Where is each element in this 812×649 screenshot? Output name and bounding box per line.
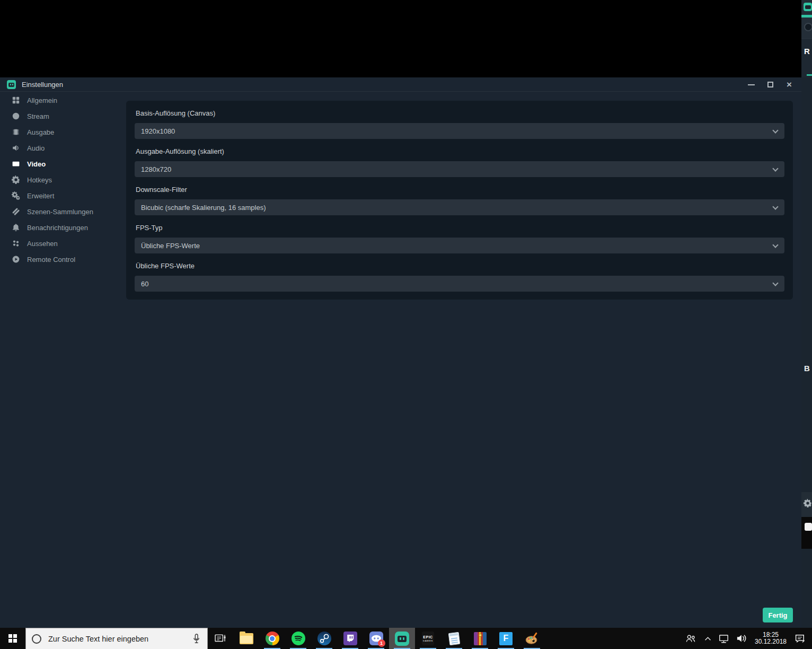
- clock[interactable]: 18:25 30.12.2018: [753, 632, 788, 646]
- chevron-up-icon: [704, 636, 711, 641]
- fortnite-icon: F: [499, 632, 513, 645]
- form-group: Ausgabe-Auflösung (skaliert) 1280x720: [135, 147, 784, 177]
- sidebar-item-label: Stream: [27, 112, 49, 120]
- epic-games-icon: EPIC GAMES: [422, 632, 434, 645]
- sidebar-item-allgemein[interactable]: Allgemein: [0, 92, 126, 108]
- form-group: Downscale-Filter Bicubic (scharfe Skalie…: [135, 186, 784, 215]
- winrar-icon: [474, 632, 487, 645]
- close-button[interactable]: ×: [785, 81, 793, 89]
- sidebar-item-szenen-sammlungen[interactable]: Szenen-Sammlungen: [0, 204, 126, 220]
- search-placeholder: Zur Suche Text hier eingeben: [48, 635, 148, 643]
- field-value: Bicubic (scharfe Skalierung, 16 samples): [141, 204, 266, 212]
- output-resolution-select[interactable]: 1280x720: [135, 161, 784, 177]
- settings-window: Einstellungen × Allgemein Stream Ausgabe…: [0, 77, 801, 628]
- maximize-button[interactable]: [766, 81, 774, 89]
- taskbar-app-discord[interactable]: 1: [363, 628, 389, 649]
- sidebar-item-label: Szenen-Sammlungen: [27, 208, 93, 216]
- action-center-button[interactable]: [795, 634, 806, 643]
- cutoff-text-b: B: [804, 364, 810, 373]
- sidebar-item-remote-control[interactable]: Remote Control: [0, 251, 126, 267]
- ethernet-icon: [718, 634, 730, 643]
- chip-icon: [12, 128, 20, 136]
- gear-icon: [12, 176, 20, 184]
- network-button[interactable]: [718, 634, 730, 643]
- gear-icon[interactable]: [804, 499, 812, 507]
- done-button[interactable]: Fertig: [763, 608, 793, 622]
- settings-sidebar: Allgemein Stream Ausgabe Audio Video Hot…: [0, 92, 126, 267]
- taskbar-app-paint[interactable]: [519, 628, 545, 649]
- dots-icon: [12, 239, 20, 248]
- people-button[interactable]: [685, 634, 696, 643]
- field-label: Downscale-Filter: [136, 186, 784, 194]
- bell-icon: [12, 223, 20, 232]
- taskbar-app-streamlabs-obs[interactable]: [389, 628, 415, 649]
- strip-toolbar: [801, 17, 812, 38]
- volume-button[interactable]: [736, 634, 747, 643]
- globe-icon: [12, 112, 20, 120]
- chevron-down-icon: [772, 280, 778, 286]
- minimize-button[interactable]: [747, 81, 755, 89]
- field-value: 60: [141, 280, 148, 288]
- chevron-down-icon: [772, 204, 778, 209]
- taskbar-app-chrome[interactable]: [259, 628, 285, 649]
- chrome-icon: [266, 632, 279, 645]
- taskbar-app-spotify[interactable]: [285, 628, 311, 649]
- grid-icon: [12, 96, 20, 104]
- strip-section: [801, 39, 812, 77]
- accent-mark: [807, 74, 812, 76]
- taskbar-app-winrar[interactable]: [467, 628, 493, 649]
- cortana-icon: [32, 634, 41, 644]
- discord-icon: 1: [369, 632, 383, 645]
- taskbar-app-epic-games[interactable]: EPIC GAMES: [415, 628, 441, 649]
- taskbar-search[interactable]: Zur Suche Text hier eingeben: [25, 628, 208, 649]
- sidebar-item-label: Ausgabe: [27, 128, 54, 136]
- gears-icon: [12, 191, 20, 200]
- sidebar-item-label: Aussehen: [27, 240, 58, 248]
- field-label: Ausgabe-Auflösung (skaliert): [136, 147, 784, 155]
- sidebar-item-ausgabe[interactable]: Ausgabe: [0, 124, 126, 140]
- clock-date: 30.12.2018: [753, 638, 788, 646]
- sidebar-item-stream[interactable]: Stream: [0, 108, 126, 124]
- window-title: Einstellungen: [22, 81, 63, 89]
- speaker-icon: [12, 144, 20, 152]
- start-button[interactable]: [0, 628, 25, 649]
- streamlabs-logo-icon: [7, 80, 16, 89]
- fps-value-select[interactable]: 60: [135, 276, 784, 292]
- taskbar-app-notepad[interactable]: [441, 628, 467, 649]
- microphone-icon[interactable]: [192, 633, 201, 645]
- taskbar-app-twitch[interactable]: [337, 628, 363, 649]
- sidebar-item-label: Erweitert: [27, 192, 54, 200]
- sidebar-item-label: Remote Control: [27, 256, 75, 264]
- titlebar: Einstellungen ×: [0, 77, 801, 92]
- task-view-icon: [215, 634, 226, 643]
- form-group: Basis-Auflösung (Canvas) 1920x1080: [135, 109, 784, 139]
- sidebar-item-audio[interactable]: Audio: [0, 140, 126, 156]
- taskbar-app-fortnite[interactable]: F: [493, 628, 519, 649]
- sidebar-item-hotkeys[interactable]: Hotkeys: [0, 172, 126, 188]
- strip-dark-row: [801, 517, 812, 549]
- sidebar-item-video[interactable]: Video: [0, 156, 126, 172]
- sidebar-item-benachrichtigungen[interactable]: Benachrichtigungen: [0, 220, 126, 235]
- avatar-icon[interactable]: [804, 23, 812, 31]
- downscale-filter-select[interactable]: Bicubic (scharfe Skalierung, 16 samples): [135, 199, 784, 215]
- streamlabs-logo-icon[interactable]: [804, 3, 812, 11]
- task-view-button[interactable]: [208, 628, 233, 649]
- steam-icon: [317, 632, 331, 645]
- chevron-down-icon: [772, 127, 778, 133]
- strip-settings-row: [801, 492, 812, 517]
- sidebar-item-aussehen[interactable]: Aussehen: [0, 235, 126, 251]
- video-settings-panel: Basis-Auflösung (Canvas) 1920x1080 Ausga…: [126, 101, 793, 300]
- paint-icon: [525, 632, 539, 645]
- streamlabs-obs-icon: [395, 632, 409, 646]
- notepad-icon: [448, 632, 460, 645]
- sidebar-item-label: Video: [27, 160, 46, 168]
- taskbar-app-steam[interactable]: [311, 628, 337, 649]
- cutoff-text-r: R: [804, 47, 810, 56]
- fps-type-select[interactable]: Übliche FPS-Werte: [135, 238, 784, 253]
- taskbar-app-file-explorer[interactable]: [233, 628, 259, 649]
- sidebar-item-erweitert[interactable]: Erweitert: [0, 188, 126, 204]
- chevron-down-icon: [772, 165, 778, 171]
- base-resolution-select[interactable]: 1920x1080: [135, 123, 784, 139]
- sidebar-item-label: Benachrichtigungen: [27, 224, 88, 232]
- show-hidden-icons-button[interactable]: [704, 636, 711, 641]
